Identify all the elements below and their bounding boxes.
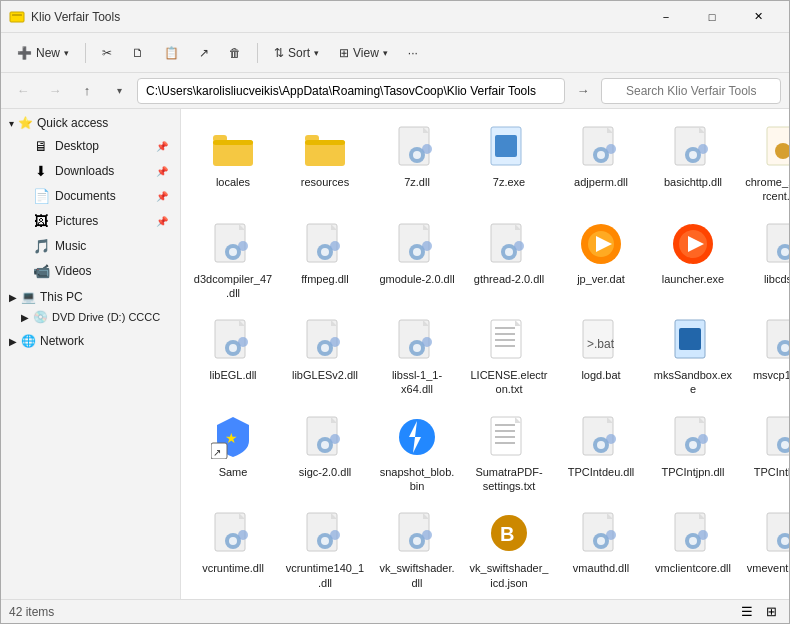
file-name: vmeventmsg.dll <box>747 561 789 575</box>
svg-point-33 <box>330 241 340 251</box>
delete-button[interactable]: 🗑 <box>221 38 249 68</box>
file-item[interactable]: sigc-2.0.dll <box>281 407 369 500</box>
share-button[interactable]: ↗ <box>191 38 217 68</box>
paste-button[interactable]: 📋 <box>156 38 187 68</box>
sidebar-item-desktop[interactable]: 🖥 Desktop 📌 <box>25 134 176 158</box>
file-item[interactable]: SumatraPDF-settings.txt <box>465 407 553 500</box>
cut-button[interactable]: ✂ <box>94 38 120 68</box>
sidebar-item-music[interactable]: 🎵 Music <box>25 234 176 258</box>
file-item[interactable]: libssl-1_1-x64.dll <box>373 310 461 403</box>
file-item[interactable]: jp_ver.dat <box>557 214 645 307</box>
file-item[interactable]: ★↗Same <box>189 407 277 500</box>
sort-button[interactable]: ⇅ Sort ▾ <box>266 38 327 68</box>
file-item[interactable]: vmeventmsg.dll <box>741 503 789 596</box>
up-button[interactable]: ↑ <box>73 77 101 105</box>
file-item[interactable]: libGLESv2.dll <box>281 310 369 403</box>
forward-button[interactable]: → <box>41 77 69 105</box>
dvd-icon: 💿 <box>33 310 48 324</box>
sidebar-item-videos[interactable]: 📹 Videos <box>25 259 176 283</box>
file-item[interactable]: gmodule-2.0.dll <box>373 214 461 307</box>
delete-icon: 🗑 <box>229 46 241 60</box>
file-name: chrome_100_percent.pak <box>745 175 789 204</box>
file-item[interactable]: libEGL.dll <box>189 310 277 403</box>
file-name: msvcp140.dll <box>753 368 789 382</box>
file-item[interactable]: 7z.dll <box>373 117 461 210</box>
search-input[interactable] <box>601 78 781 104</box>
file-item[interactable]: locales <box>189 117 277 210</box>
file-item[interactable]: libcds.dll <box>741 214 789 307</box>
file-item[interactable]: mksSandbox.exe <box>649 310 737 403</box>
file-icon <box>669 413 717 461</box>
file-icon <box>301 413 349 461</box>
close-button[interactable]: ✕ <box>735 1 781 33</box>
svg-point-28 <box>229 248 237 256</box>
svg-point-100 <box>597 441 605 449</box>
share-icon: ↗ <box>199 46 209 60</box>
file-item[interactable]: TPCIntdeu.dll <box>557 407 645 500</box>
svg-point-89 <box>321 441 329 449</box>
music-icon: 🎵 <box>33 238 49 254</box>
file-item[interactable]: LICENSE.electron.txt <box>465 310 553 403</box>
svg-point-115 <box>238 530 248 540</box>
back-button[interactable]: ← <box>9 77 37 105</box>
file-name: vcruntime.dll <box>202 561 264 575</box>
sidebar-item-documents[interactable]: 📄 Documents 📌 <box>25 184 176 208</box>
maximize-button[interactable]: □ <box>689 1 735 33</box>
file-item[interactable]: TPCIntjpn.dll <box>649 407 737 500</box>
file-name: vcruntime140_1.dll <box>285 561 365 590</box>
view-button[interactable]: ⊞ View ▾ <box>331 38 396 68</box>
new-button[interactable]: ➕ New ▾ <box>9 38 77 68</box>
downloads-label: Downloads <box>55 164 114 178</box>
svg-rect-1 <box>12 14 22 16</box>
file-item[interactable]: msvcp140.dll <box>741 310 789 403</box>
file-item[interactable]: vmauthd.dll <box>557 503 645 596</box>
file-icon <box>485 123 533 171</box>
file-item[interactable]: resources <box>281 117 369 210</box>
list-view-button[interactable]: ☰ <box>737 602 757 622</box>
pictures-icon: 🖼 <box>33 213 49 229</box>
go-button[interactable]: → <box>569 77 597 105</box>
this-pc-chevron: ▶ <box>9 292 17 303</box>
this-pc-group[interactable]: ▶ 💻 This PC <box>1 287 180 307</box>
file-item[interactable]: vmclientcore.dll <box>649 503 737 596</box>
more-button[interactable]: ··· <box>400 38 426 68</box>
file-item[interactable]: launcher.exe <box>649 214 737 307</box>
file-item[interactable]: vcruntime.dll <box>189 503 277 596</box>
sidebar-item-pictures[interactable]: 🖼 Pictures 📌 <box>25 209 176 233</box>
file-icon <box>301 220 349 268</box>
copy-button[interactable]: 🗋 <box>124 38 152 68</box>
file-item[interactable]: d3dcompiler_47.dll <box>189 214 277 307</box>
file-item[interactable]: gthread-2.0.dll <box>465 214 553 307</box>
file-icon: >.bat <box>577 316 625 364</box>
svg-point-132 <box>689 537 697 545</box>
network-group[interactable]: ▶ 🌐 Network <box>1 331 180 351</box>
file-item[interactable]: snapshot_blob.bin <box>373 407 461 500</box>
quick-access-chevron: ▾ <box>9 118 14 129</box>
file-item[interactable]: ffmpeg.dll <box>281 214 369 307</box>
dvd-drive-group[interactable]: ▶ 💿 DVD Drive (D:) CCCC <box>1 307 180 327</box>
svg-point-90 <box>330 434 340 444</box>
file-item[interactable]: chrome_100_percent.pak <box>741 117 789 210</box>
file-name: TPCIntdeu.dll <box>568 465 635 479</box>
svg-point-20 <box>689 151 697 159</box>
minimize-button[interactable]: − <box>643 1 689 33</box>
sidebar-item-downloads[interactable]: ⬇ Downloads 📌 <box>25 159 176 183</box>
address-input[interactable] <box>137 78 565 104</box>
grid-view-button[interactable]: ⊞ <box>761 602 781 622</box>
file-name: gthread-2.0.dll <box>474 272 544 286</box>
file-item[interactable]: >.batlogd.bat <box>557 310 645 403</box>
file-icon <box>393 413 441 461</box>
cut-icon: ✂ <box>102 46 112 60</box>
quick-access-group[interactable]: ▾ ⭐ Quick access <box>1 113 180 133</box>
sort-icon: ⇅ <box>274 46 284 60</box>
file-item[interactable]: basichttp.dll <box>649 117 737 210</box>
file-item[interactable]: TPCIntloc.dll <box>741 407 789 500</box>
pictures-pin-icon: 📌 <box>156 216 168 227</box>
recent-button[interactable]: ▾ <box>105 77 133 105</box>
file-item[interactable]: vk_swiftshader.dll <box>373 503 461 596</box>
file-item[interactable]: Bvk_swiftshader_icd.json <box>465 503 553 596</box>
file-item[interactable]: 7z.exe <box>465 117 553 210</box>
file-item[interactable]: adjperm.dll <box>557 117 645 210</box>
view-icon: ⊞ <box>339 46 349 60</box>
file-item[interactable]: vcruntime140_1.dll <box>281 503 369 596</box>
